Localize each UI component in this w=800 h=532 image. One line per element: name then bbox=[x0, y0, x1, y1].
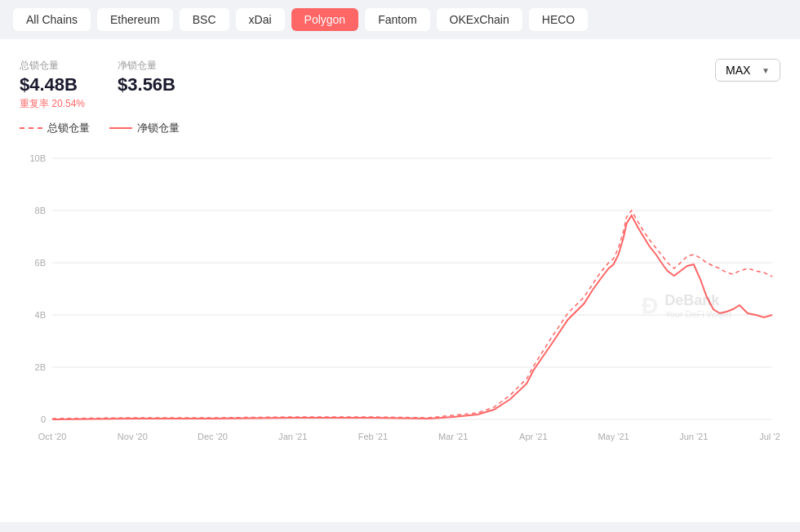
svg-text:10B: 10B bbox=[29, 153, 46, 163]
chart-legend: 总锁仓量 净锁仓量 bbox=[20, 121, 780, 135]
svg-text:Mar '21: Mar '21 bbox=[438, 432, 468, 441]
time-selector[interactable]: MAX ▼ bbox=[715, 59, 780, 82]
repeat-rate: 重复率 20.54% bbox=[20, 97, 85, 111]
chart-container: 总锁仓量 $4.48B 重复率 20.54% 净锁仓量 $3.56B MAX ▼… bbox=[0, 39, 800, 522]
legend-net-label: 净锁仓量 bbox=[137, 121, 180, 135]
svg-text:Jan '21: Jan '21 bbox=[278, 432, 307, 441]
nav-tab-okexchain[interactable]: OKExChain bbox=[437, 8, 522, 31]
dashed-line-icon bbox=[20, 127, 42, 129]
svg-text:2B: 2B bbox=[35, 362, 46, 372]
svg-text:Jul '21: Jul '21 bbox=[759, 432, 780, 441]
nav-tab-bsc[interactable]: BSC bbox=[180, 8, 229, 31]
svg-text:May '21: May '21 bbox=[598, 432, 629, 441]
chart-area: Ð DeBank Your DeFi Wallet 10B 8B 6B 4B 2… bbox=[20, 142, 780, 468]
legend-total-label: 总锁仓量 bbox=[47, 121, 90, 135]
chart-svg: 10B 8B 6B 4B 2B 0 Oct '20 Nov '20 Dec '2… bbox=[20, 142, 780, 468]
nav-tab-xdai[interactable]: xDai bbox=[236, 8, 285, 31]
svg-text:Nov '20: Nov '20 bbox=[118, 432, 148, 441]
time-selected: MAX bbox=[726, 64, 750, 77]
nav-tab-polygon[interactable]: Polygon bbox=[291, 8, 359, 31]
net-tvl-label: 净锁仓量 bbox=[118, 59, 176, 73]
net-tvl-value: $3.56B bbox=[118, 74, 176, 95]
nav-tab-ethereum[interactable]: Ethereum bbox=[97, 8, 173, 31]
stats-row: 总锁仓量 $4.48B 重复率 20.54% 净锁仓量 $3.56B bbox=[20, 59, 780, 111]
total-tvl-block: 总锁仓量 $4.48B 重复率 20.54% bbox=[20, 59, 85, 111]
repeat-rate-value: 20.54% bbox=[51, 98, 85, 109]
svg-text:8B: 8B bbox=[35, 206, 46, 215]
legend-net-tvl: 净锁仓量 bbox=[109, 121, 180, 135]
total-tvl-label: 总锁仓量 bbox=[20, 59, 85, 73]
svg-text:0: 0 bbox=[41, 415, 46, 424]
legend-total-tvl: 总锁仓量 bbox=[20, 121, 90, 135]
svg-text:6B: 6B bbox=[35, 258, 46, 268]
chain-nav: All ChainsEthereumBSCxDaiPolygonFantomOK… bbox=[0, 0, 800, 39]
svg-text:Oct '20: Oct '20 bbox=[38, 432, 67, 441]
nav-tab-heco[interactable]: HECO bbox=[529, 8, 588, 31]
repeat-rate-label: 重复率 bbox=[20, 98, 49, 109]
nav-tab-all-chains[interactable]: All Chains bbox=[13, 8, 91, 31]
svg-text:Feb '21: Feb '21 bbox=[358, 432, 388, 441]
svg-text:Jun '21: Jun '21 bbox=[679, 432, 708, 441]
svg-text:4B: 4B bbox=[35, 310, 46, 320]
nav-tab-fantom[interactable]: Fantom bbox=[365, 8, 429, 31]
net-tvl-block: 净锁仓量 $3.56B bbox=[118, 59, 176, 111]
svg-text:Apr '21: Apr '21 bbox=[519, 432, 548, 441]
net-tvl-line bbox=[52, 215, 772, 419]
chevron-down-icon: ▼ bbox=[762, 66, 770, 75]
solid-line-icon bbox=[109, 127, 132, 129]
total-tvl-value: $4.48B bbox=[20, 74, 85, 95]
svg-text:Dec '20: Dec '20 bbox=[198, 432, 228, 441]
